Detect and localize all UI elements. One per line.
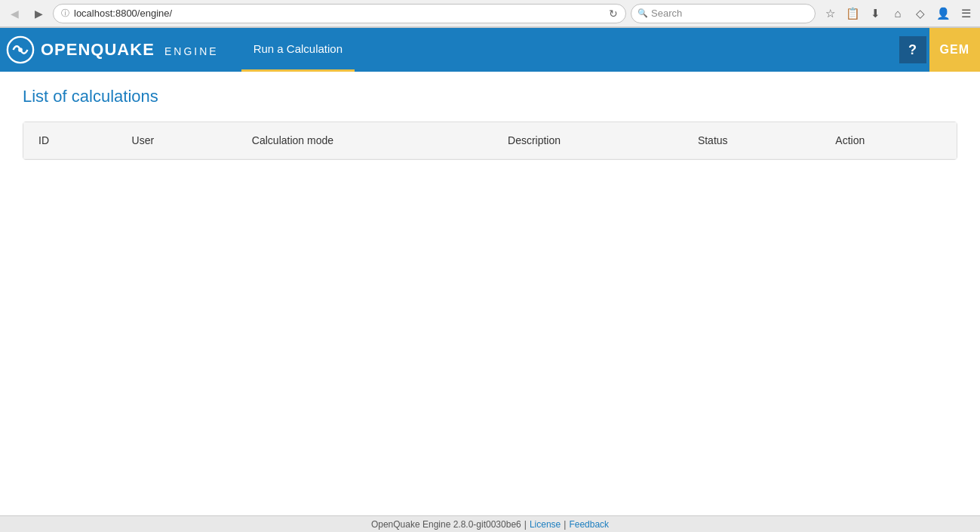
logo-text: OPENQUAKE ENGINE: [41, 40, 219, 60]
lock-icon: ⓘ: [61, 8, 69, 19]
nav-tab-run-calculation[interactable]: Run a Calculation: [241, 28, 355, 72]
browser-toolbar: ◀ ▶ ⓘ localhost:8800/engine/ ↻ 🔍 Search …: [0, 0, 980, 27]
search-bar[interactable]: 🔍 Search: [631, 4, 816, 23]
feedback-link[interactable]: Feedback: [569, 519, 609, 530]
footer-separator-2: |: [564, 519, 566, 530]
toolbar-icons: ☆ 📋 ⬇ ⌂ ◇ 👤 ☰: [820, 4, 975, 23]
logo-icon: [6, 35, 35, 64]
col-id: ID: [23, 122, 117, 159]
logo-area: OPENQUAKE ENGINE: [6, 35, 219, 64]
col-user: User: [117, 122, 237, 159]
refresh-button[interactable]: ↻: [609, 8, 618, 20]
table-header-row: ID User Calculation mode Description Sta…: [23, 122, 957, 159]
search-placeholder: Search: [651, 8, 682, 19]
footer-text: OpenQuake Engine 2.8.0-git0030be6: [371, 519, 521, 530]
app-footer: OpenQuake Engine 2.8.0-git0030be6 | Lice…: [0, 515, 980, 532]
menu-button[interactable]: ☰: [956, 4, 975, 23]
star-button[interactable]: ☆: [820, 4, 840, 23]
calculations-table-container: ID User Calculation mode Description Sta…: [23, 121, 957, 160]
help-button[interactable]: ?: [899, 36, 926, 63]
address-bar[interactable]: ⓘ localhost:8800/engine/ ↻: [53, 4, 626, 23]
url-text: localhost:8800/engine/: [74, 8, 604, 19]
app-header: OPENQUAKE ENGINE Run a Calculation ? GEM: [0, 28, 980, 72]
download-button[interactable]: ⬇: [865, 4, 885, 23]
bookmark-button[interactable]: 📋: [843, 4, 862, 23]
page-content: List of calculations ID User Calculation…: [0, 72, 980, 175]
back-button[interactable]: ◀: [5, 4, 24, 23]
forward-button[interactable]: ▶: [29, 4, 48, 23]
page-title: List of calculations: [23, 87, 957, 106]
col-action: Action: [820, 122, 957, 159]
svg-point-1: [18, 48, 23, 52]
col-description: Description: [493, 122, 683, 159]
search-icon: 🔍: [637, 8, 648, 18]
extensions-button[interactable]: 👤: [933, 4, 953, 23]
footer-separator-1: |: [524, 519, 527, 530]
browser-chrome: ◀ ▶ ⓘ localhost:8800/engine/ ↻ 🔍 Search …: [0, 0, 980, 28]
home-button[interactable]: ⌂: [888, 4, 908, 23]
col-calculation-mode: Calculation mode: [237, 122, 493, 159]
calculations-table: ID User Calculation mode Description Sta…: [23, 122, 957, 159]
col-status: Status: [683, 122, 820, 159]
license-link[interactable]: License: [530, 519, 561, 530]
header-right: ? GEM: [899, 28, 980, 72]
nav-tabs: Run a Calculation: [241, 28, 355, 72]
pocket-button[interactable]: ◇: [911, 4, 930, 23]
table-header: ID User Calculation mode Description Sta…: [23, 122, 957, 159]
gem-logo: GEM: [929, 28, 980, 72]
